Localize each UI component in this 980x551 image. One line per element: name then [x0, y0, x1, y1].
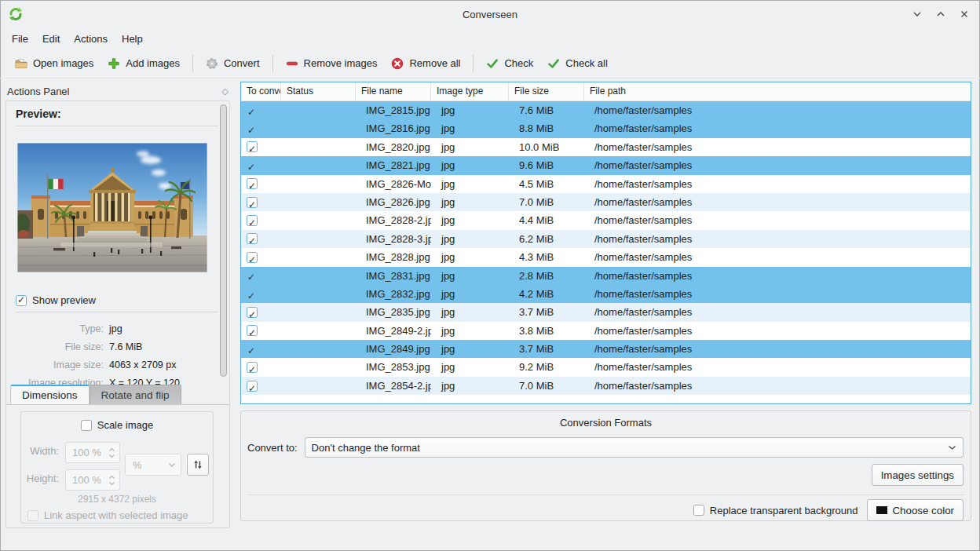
dimensions-tabbar: Dimensions Rotate and flip: [10, 385, 181, 404]
tab-rotate-and-flip[interactable]: Rotate and flip: [90, 385, 181, 404]
table-row[interactable]: IMG_2821.jpgjpg9.6 MiB/home/faster/sampl…: [241, 156, 971, 174]
maximize-button[interactable]: [933, 6, 949, 22]
to-convert-checkbox[interactable]: [247, 197, 258, 208]
to-convert-checkbox[interactable]: [247, 160, 258, 171]
swap-dimensions-button[interactable]: [187, 454, 209, 476]
tab-dimensions[interactable]: Dimensions: [10, 385, 90, 404]
menu-edit[interactable]: Edit: [35, 31, 67, 47]
table-row[interactable]: IMG_2849-2.jpgjpg3.8 MiB/home/faster/sam…: [241, 322, 971, 340]
preview-heading: Preview:: [16, 108, 61, 120]
table-row[interactable]: IMG_2832.jpgjpg4.2 MiB/home/faster/sampl…: [241, 285, 971, 303]
table-row[interactable]: IMG_2854-2.jpgjpg7.0 MiB/home/faster/sam…: [241, 377, 971, 395]
remove-all-button[interactable]: Remove all: [384, 53, 467, 74]
height-spinbox[interactable]: 100 %: [65, 469, 120, 491]
convert-to-combobox[interactable]: Don't change the format: [305, 437, 964, 458]
scale-image-checkbox[interactable]: [81, 420, 92, 431]
to-convert-checkbox[interactable]: [247, 344, 258, 355]
add-images-button[interactable]: Add images: [101, 53, 187, 74]
to-convert-checkbox[interactable]: [247, 252, 258, 263]
file-name-cell: IMG_2826.jpg: [356, 193, 431, 211]
table-row[interactable]: IMG_2828-2.jpgjpg4.4 MiB/home/faster/sam…: [241, 211, 971, 229]
file-path-cell: /home/faster/samples: [584, 193, 971, 211]
to-convert-checkbox[interactable]: [247, 307, 258, 318]
to-convert-checkbox[interactable]: [247, 325, 258, 336]
to-convert-checkbox[interactable]: [247, 381, 258, 392]
file-size-cell: 4.2 MiB: [509, 285, 584, 303]
images-settings-button[interactable]: Images settings: [872, 464, 964, 486]
close-button[interactable]: [956, 6, 972, 22]
image-type-cell: jpg: [431, 211, 509, 229]
link-aspect-checkbox[interactable]: [27, 510, 38, 521]
to-convert-checkbox[interactable]: [247, 123, 258, 134]
info-value: 7.6 MiB: [109, 341, 142, 352]
table-row[interactable]: IMG_2849.jpgjpg3.7 MiB/home/faster/sampl…: [241, 340, 971, 358]
to-convert-checkbox[interactable]: [247, 215, 258, 226]
table-row[interactable]: IMG_2828.jpgjpg4.3 MiB/home/faster/sampl…: [241, 248, 971, 266]
column-header-file-name[interactable]: File name: [356, 82, 431, 100]
file-size-cell: 2.8 MiB: [509, 267, 584, 285]
to-convert-checkbox[interactable]: [247, 289, 258, 300]
to-convert-checkbox[interactable]: [247, 141, 258, 152]
scale-image-label: Scale image: [97, 419, 154, 431]
to-convert-checkbox[interactable]: [247, 270, 258, 281]
file-path-cell: /home/faster/samples: [584, 377, 971, 395]
remove-images-button[interactable]: Remove images: [279, 53, 385, 74]
column-header-status[interactable]: Status: [281, 82, 356, 100]
menubar: File Edit Actions Help: [0, 28, 980, 49]
status-cell: [281, 248, 356, 266]
dock-float-button[interactable]: ◇: [222, 86, 229, 97]
table-row[interactable]: IMG_2828-3.jpgjpg6.2 MiB/home/faster/sam…: [241, 230, 971, 248]
file-name-cell: IMG_2820.jpg: [356, 138, 431, 156]
panel-scrollbar[interactable]: [220, 104, 227, 377]
to-convert-checkbox[interactable]: [247, 362, 258, 373]
file-path-cell: /home/faster/samples: [584, 285, 971, 303]
table-row[interactable]: IMG_2820.jpgjpg10.0 MiB/home/faster/samp…: [241, 138, 971, 156]
to-convert-checkbox[interactable]: [247, 233, 258, 244]
status-cell: [281, 358, 356, 376]
menu-help[interactable]: Help: [115, 31, 150, 47]
replace-transparent-background-checkbox[interactable]: [693, 505, 704, 516]
to-convert-checkbox[interactable]: [247, 178, 258, 189]
choose-color-button[interactable]: Choose color: [867, 499, 964, 521]
file-name-cell: IMG_2815.jpg: [356, 101, 431, 119]
actions-panel-body: Preview:: [5, 100, 230, 528]
unit-combobox[interactable]: %: [125, 454, 181, 476]
table-row[interactable]: IMG_2831.jpgjpg2.8 MiB/home/faster/sampl…: [241, 267, 971, 285]
width-spinbox[interactable]: 100 %: [65, 442, 120, 463]
open-images-button[interactable]: Open images: [8, 53, 101, 74]
table-row[interactable]: IMG_2853.jpgjpg9.2 MiB/home/faster/sampl…: [241, 358, 971, 376]
column-header-file-size[interactable]: File size: [509, 82, 584, 100]
show-preview-checkbox[interactable]: [16, 295, 27, 306]
check-all-button[interactable]: Check all: [540, 53, 614, 74]
column-header-image-type[interactable]: Image type: [431, 82, 509, 100]
chevron-down-icon: [948, 445, 956, 451]
image-type-cell: jpg: [431, 119, 509, 137]
file-size-cell: 9.6 MiB: [509, 156, 584, 174]
file-name-cell: IMG_2854-2.jpg: [356, 377, 431, 395]
table-row[interactable]: IMG_2826.jpgjpg7.0 MiB/home/faster/sampl…: [241, 193, 971, 211]
actions-panel: Actions Panel ◇ Preview:: [0, 82, 236, 551]
status-cell: [281, 193, 356, 211]
menu-file[interactable]: File: [5, 31, 35, 47]
menu-actions[interactable]: Actions: [67, 31, 115, 47]
toolbar-separator: [473, 55, 474, 72]
main-area: Actions Panel ◇ Preview:: [0, 82, 980, 551]
column-header-file-path[interactable]: File path: [584, 82, 971, 100]
column-header-to-convert[interactable]: To convert: [241, 82, 281, 100]
minimize-button[interactable]: [909, 6, 925, 22]
convert-button[interactable]: Convert: [199, 53, 267, 74]
table-row[interactable]: IMG_2815.jpgjpg7.6 MiB/home/faster/sampl…: [241, 101, 971, 119]
image-type-cell: jpg: [431, 248, 509, 266]
to-convert-checkbox[interactable]: [247, 105, 258, 116]
spinner-arrows-icon[interactable]: [108, 447, 119, 458]
table-row[interactable]: IMG_2816.jpgjpg8.8 MiB/home/faster/sampl…: [241, 119, 971, 137]
file-name-cell: IMG_2828-3.jpg: [356, 230, 431, 248]
table-row[interactable]: IMG_2835.jpgjpg3.7 MiB/home/faster/sampl…: [241, 303, 971, 321]
remove-minus-icon: [286, 57, 298, 70]
table-row[interactable]: IMG_2826-Mo...jpg4.5 MiB/home/faster/sam…: [241, 175, 971, 193]
file-name-cell: IMG_2828-2.jpg: [356, 211, 431, 229]
image-type-cell: jpg: [431, 285, 509, 303]
file-size-cell: 8.8 MiB: [509, 119, 584, 137]
check-button[interactable]: Check: [479, 53, 540, 74]
spinner-arrows-icon[interactable]: [108, 475, 119, 486]
